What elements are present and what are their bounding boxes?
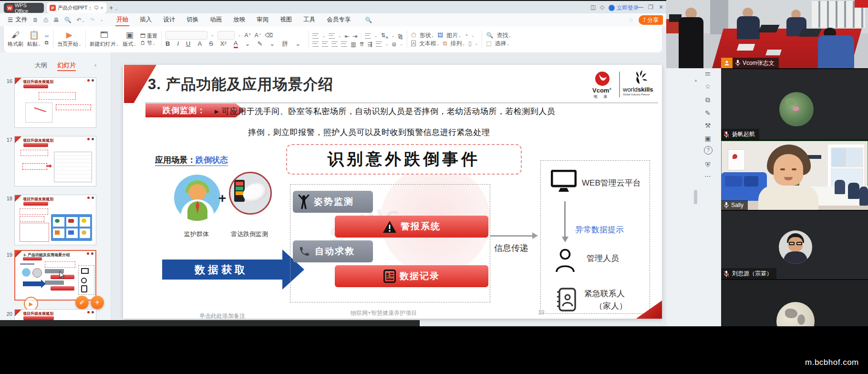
paste-button[interactable]: 📋 粘贴⌄ — [27, 31, 41, 48]
chart-icon[interactable]: ◔ — [465, 32, 468, 39]
file-menu[interactable]: ☰ 文件 — [8, 16, 27, 24]
switch-window-icon[interactable]: ⧉ — [703, 94, 713, 105]
data-record-button[interactable]: 数据记录 — [335, 265, 488, 287]
align-center-button[interactable] — [322, 42, 328, 47]
document-tab[interactable]: P 产品介绍PPT：智慧健康养护 🗨 — [47, 2, 107, 13]
panels-icon[interactable]: ▣ — [703, 133, 713, 144]
share-button[interactable]: ⤴ 分享 — [639, 15, 663, 25]
layout-button[interactable]: ▣ 版式⌄ — [123, 31, 136, 48]
tab-animation[interactable]: 动画 — [204, 13, 227, 26]
outdent-button[interactable]: ⇤ — [345, 33, 350, 40]
wps-home-tab[interactable]: W WPS Office — [4, 3, 44, 13]
bullet-line-1[interactable]: ▸ 可应用于洗手间、卧室等私密场所，自动识别人员是否摔倒，老幼活动场所，若检测到… — [215, 106, 662, 117]
find-button[interactable]: 查找⌄ — [496, 31, 511, 40]
tab-tools[interactable]: 工具 — [298, 13, 321, 26]
arrange-button[interactable]: 排列⌄ — [450, 40, 465, 48]
beautify-button[interactable]: ✐ — [75, 296, 89, 309]
font-size-select[interactable] — [217, 31, 235, 40]
tab-transition[interactable]: 切换 — [181, 13, 204, 26]
valign-mid-button[interactable]: ⇶ — [368, 41, 372, 48]
video-tile-yangfan[interactable]: 扬帆起航 — [721, 69, 868, 140]
format-painter-button[interactable]: 🖌 格式刷 — [8, 31, 23, 48]
columns-button[interactable]: ▥ — [351, 41, 356, 48]
close-button[interactable]: ✕ — [659, 4, 663, 10]
valign-top-button[interactable]: ⇈ — [359, 41, 364, 48]
tab-slides[interactable]: 幻灯片 — [57, 62, 76, 71]
annotate-icon[interactable]: ✎ — [703, 108, 713, 118]
auto-sos-button[interactable]: 自动求救 — [293, 240, 373, 262]
convert-smartart-button[interactable]: ⧎ — [398, 33, 403, 40]
decrease-font-button[interactable]: A⁻ — [255, 32, 261, 39]
video-tile-liusiyuan[interactable]: 刘思源（宗霖） — [721, 211, 868, 279]
bullet-list-button[interactable] — [312, 33, 319, 39]
comment-bubble-icon[interactable]: 🗨 — [94, 6, 99, 10]
add-slide-button[interactable]: + — [91, 296, 104, 309]
alert-hint-label[interactable]: 异常数据提示 — [575, 224, 624, 235]
slide-thumbnail-18[interactable]: 项目升级发展规划 — [14, 195, 96, 245]
search-icon[interactable]: 🔍 — [365, 17, 372, 23]
login-button[interactable]: 👤 立即登录 — [609, 4, 639, 11]
slide-thumbnail-17[interactable]: 项目升级发展规划 — [14, 136, 96, 187]
slide-canvas[interactable]: skills 3. 产品功能及应用场景介绍 Vcom® 唯 康 — [123, 65, 662, 319]
new-tab-button[interactable]: + ⌄ — [109, 4, 118, 11]
align-right-button[interactable] — [331, 42, 338, 47]
tab-outline[interactable]: 大纲 — [35, 62, 47, 69]
export-icon[interactable]: ⎙ — [43, 17, 48, 23]
align-justify-button[interactable] — [341, 42, 347, 47]
event-box[interactable]: 识别意外跌倒事件 — [286, 144, 522, 175]
shapes-button[interactable]: 形状⌄ — [420, 31, 434, 40]
posture-button[interactable]: 姿势监测 — [293, 191, 373, 213]
video-tile-sally[interactable]: Sally — [721, 141, 868, 210]
scrollbar-thumb[interactable] — [694, 190, 697, 204]
bullet-line-2[interactable]: 摔倒，则立即报警，照护人员可以及时收到预警信息进行紧急处理 — [248, 127, 610, 138]
text-direction-button[interactable]: ⇅A — [381, 32, 388, 40]
char-spacing-button[interactable]: A — [198, 40, 202, 47]
superscript-button[interactable]: X² — [220, 40, 227, 47]
clear-format-button[interactable]: ⌫ — [265, 32, 273, 39]
number-list-button[interactable] — [329, 33, 335, 39]
slide-title[interactable]: 3. 产品功能及应用场景介绍 — [148, 74, 333, 94]
highlight-button[interactable]: ✎ — [257, 40, 262, 47]
minimize-button[interactable]: — — [638, 4, 643, 10]
scroll-up-icon[interactable]: ▲ — [694, 78, 698, 83]
tab-design[interactable]: 设计 — [157, 13, 181, 26]
font-color-button[interactable]: A — [234, 40, 238, 48]
save-icon[interactable]: 🗎 — [32, 17, 38, 23]
scene-label[interactable]: 应用场景：跌倒状态 — [155, 155, 228, 166]
tab-insert[interactable]: 插入 — [134, 13, 157, 26]
increase-font-button[interactable]: A⁺ — [245, 32, 251, 39]
help-icon[interactable]: ? — [704, 146, 713, 155]
undo-icon[interactable]: ↶⌄ — [77, 17, 85, 23]
copy-button[interactable]: ⧉ — [45, 40, 49, 46]
alarm-button[interactable]: 警报系统 — [335, 216, 488, 238]
para-spacing-button[interactable] — [376, 42, 382, 47]
pinyin-button[interactable]: 拼 — [282, 40, 288, 48]
textbox-button[interactable]: 文本框⌄ — [419, 40, 440, 48]
print-preview-icon[interactable]: 🔍 — [64, 17, 72, 23]
video-tile-partial[interactable] — [721, 280, 868, 326]
toolbox-icon[interactable]: ⚒ — [703, 120, 713, 131]
new-slide-button[interactable]: 🗔 新建幻灯片⌄ — [90, 31, 119, 48]
activity-icon[interactable]: ⛨ — [703, 159, 713, 170]
underline-button[interactable]: U — [186, 40, 190, 47]
settings-icon[interactable]: ◌ — [629, 16, 633, 23]
font-name-select[interactable] — [165, 31, 207, 40]
scene-link[interactable]: 跌倒状态 — [196, 156, 228, 166]
split-view-icon[interactable]: ◫ — [590, 4, 596, 10]
tab-review[interactable]: 审阅 — [251, 13, 274, 26]
print-icon[interactable]: 🖶 — [53, 17, 59, 23]
redo-icon[interactable]: ↷ — [90, 17, 95, 23]
tab-home[interactable]: 开始 — [111, 13, 134, 26]
placeholder-icon[interactable]: ▯ — [468, 40, 472, 47]
strike-button[interactable]: S — [209, 40, 213, 47]
tab-view[interactable]: 视图 — [274, 13, 298, 26]
reset-button[interactable]: 🗖 重置 — [140, 32, 157, 40]
picture-button[interactable]: 图片⌄ — [446, 31, 461, 40]
collapse-panel-icon[interactable]: ‹ — [94, 61, 97, 69]
skin-icon[interactable]: ◇ — [600, 4, 604, 10]
favorites-icon[interactable]: ☆ — [703, 81, 713, 92]
slide-thumbnail-19-selected[interactable]: 3. 产品功能及应用场景介绍 — [14, 250, 96, 301]
tab-slideshow[interactable]: 放映 — [227, 13, 251, 26]
select-button[interactable]: 选择⌄ — [495, 40, 510, 48]
indent-button[interactable]: ⇥ — [353, 33, 358, 40]
